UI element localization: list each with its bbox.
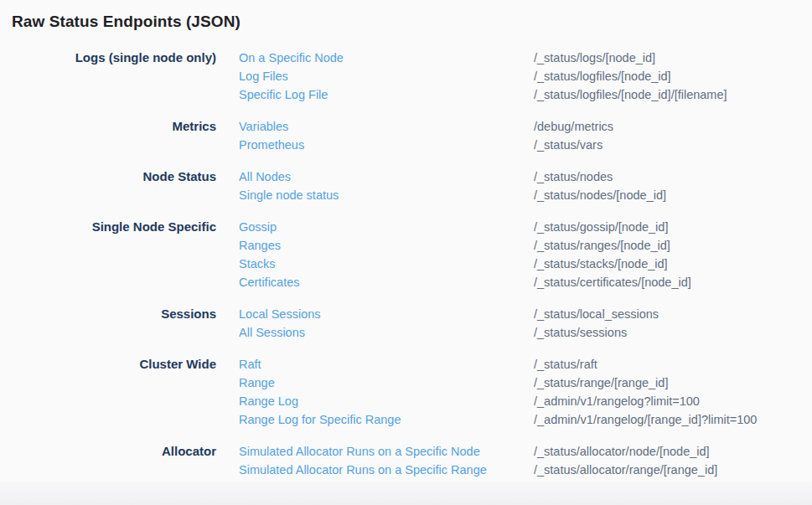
endpoint-path: /_status/allocator/range/[range_id] [534, 461, 717, 479]
endpoint-link[interactable]: Local Sessions [239, 305, 534, 323]
endpoint-path: /_status/nodes [534, 167, 613, 186]
endpoint-list: On a Specific Node /_status/logs/[node_i… [216, 49, 812, 104]
endpoint-row: Local Sessions /_status/local_sessions [216, 305, 812, 323]
endpoint-link[interactable]: Simulated Allocator Runs on a Specific R… [239, 461, 534, 479]
endpoint-list: Local Sessions /_status/local_sessions A… [216, 305, 812, 342]
endpoint-path: /_status/gossip/[node_id] [534, 218, 668, 236]
endpoint-row: Simulated Allocator Runs on a Specific R… [216, 461, 812, 479]
endpoint-link[interactable]: Stacks [239, 255, 534, 273]
endpoint-link[interactable]: Log Files [239, 67, 534, 85]
endpoint-sections: Logs (single node only) On a Specific No… [12, 49, 812, 479]
endpoint-row: Range /_status/range/[range_id] [216, 374, 812, 392]
endpoint-row: On a Specific Node /_status/logs/[node_i… [216, 49, 812, 67]
endpoint-row: Single node status /_status/nodes/[node_… [216, 186, 812, 204]
endpoint-link[interactable]: Certificates [239, 273, 534, 291]
endpoint-link[interactable]: Range [239, 374, 534, 392]
endpoint-link[interactable]: Range Log for Specific Range [239, 410, 534, 429]
endpoint-path: /_status/ranges/[node_id] [534, 236, 670, 255]
endpoint-section: Cluster Wide Raft /_status/raft Range /_… [12, 355, 812, 429]
category-label: Metrics [12, 117, 216, 154]
endpoint-link[interactable]: On a Specific Node [239, 49, 534, 67]
endpoint-list: Gossip /_status/gossip/[node_id] Ranges … [216, 218, 812, 291]
bottom-gradient-strip [0, 482, 812, 505]
endpoint-row: Range Log for Specific Range /_admin/v1/… [216, 410, 812, 429]
endpoint-link[interactable]: Prometheus [239, 136, 534, 154]
endpoint-list: All Nodes /_status/nodes Single node sta… [216, 167, 812, 204]
endpoint-row: Prometheus /_status/vars [216, 136, 812, 154]
category-label: Allocator [12, 442, 216, 479]
endpoint-row: Log Files /_status/logfiles/[node_id] [216, 67, 812, 85]
endpoint-link[interactable]: Variables [239, 117, 534, 136]
endpoint-path: /_status/logs/[node_id] [534, 49, 655, 67]
endpoint-path: /_status/allocator/node/[node_id] [534, 442, 710, 461]
endpoint-path: /_status/nodes/[node_id] [534, 186, 666, 204]
endpoint-path: /debug/metrics [534, 117, 613, 136]
endpoint-section: Logs (single node only) On a Specific No… [12, 49, 812, 104]
endpoint-link[interactable]: Single node status [239, 186, 534, 204]
endpoint-link[interactable]: Specific Log File [239, 85, 534, 104]
endpoint-link[interactable]: Simulated Allocator Runs on a Specific N… [239, 442, 534, 461]
endpoint-row: Stacks /_status/stacks/[node_id] [216, 255, 812, 273]
endpoint-link[interactable]: Range Log [239, 392, 534, 410]
endpoint-link[interactable]: Raft [239, 355, 534, 374]
endpoint-link[interactable]: All Sessions [239, 323, 534, 342]
endpoint-path: /_admin/v1/rangelog/[range_id]?limit=100 [534, 410, 757, 429]
endpoint-section: Allocator Simulated Allocator Runs on a … [12, 442, 812, 479]
endpoint-path: /_status/vars [534, 136, 603, 154]
category-label: Sessions [12, 305, 216, 342]
endpoint-row: Simulated Allocator Runs on a Specific N… [216, 442, 812, 461]
endpoint-path: /_status/logfiles/[node_id] [534, 67, 671, 85]
endpoint-section: Node Status All Nodes /_status/nodes Sin… [12, 167, 812, 204]
endpoint-path: /_status/certificates/[node_id] [534, 273, 691, 291]
endpoint-row: Specific Log File /_status/logfiles/[nod… [216, 85, 812, 104]
endpoint-row: Ranges /_status/ranges/[node_id] [216, 236, 812, 255]
endpoint-path: /_admin/v1/rangelog?limit=100 [534, 392, 700, 410]
endpoint-section: Metrics Variables /debug/metrics Prometh… [12, 117, 812, 154]
endpoint-path: /_status/stacks/[node_id] [534, 255, 668, 273]
category-label: Single Node Specific [12, 218, 216, 291]
endpoint-row: Gossip /_status/gossip/[node_id] [216, 218, 812, 236]
endpoint-link[interactable]: All Nodes [239, 167, 534, 186]
endpoint-path: /_status/local_sessions [534, 305, 659, 323]
category-label: Cluster Wide [12, 355, 216, 429]
endpoint-path: /_status/range/[range_id] [534, 374, 668, 392]
endpoint-link[interactable]: Ranges [239, 236, 534, 255]
endpoint-row: Variables /debug/metrics [216, 117, 812, 136]
endpoint-list: Simulated Allocator Runs on a Specific N… [216, 442, 812, 479]
endpoint-row: All Sessions /_status/sessions [216, 323, 812, 342]
endpoint-row: Raft /_status/raft [216, 355, 812, 374]
category-label: Logs (single node only) [12, 49, 216, 104]
endpoint-path: /_status/sessions [534, 323, 627, 342]
endpoint-row: All Nodes /_status/nodes [216, 167, 812, 186]
endpoint-link[interactable]: Gossip [239, 218, 534, 236]
endpoint-path: /_status/raft [534, 355, 597, 374]
endpoint-row: Certificates /_status/certificates/[node… [216, 273, 812, 291]
endpoint-section: Single Node Specific Gossip /_status/gos… [12, 218, 812, 291]
page-title: Raw Status Endpoints (JSON) [12, 13, 812, 31]
endpoint-list: Raft /_status/raft Range /_status/range/… [216, 355, 812, 429]
endpoint-path: /_status/logfiles/[node_id]/[filename] [534, 85, 727, 104]
endpoint-section: Sessions Local Sessions /_status/local_s… [12, 305, 812, 342]
endpoint-list: Variables /debug/metrics Prometheus /_st… [216, 117, 812, 154]
raw-status-endpoints-page: Raw Status Endpoints (JSON) Logs (single… [0, 0, 812, 505]
category-label: Node Status [12, 167, 216, 204]
endpoint-row: Range Log /_admin/v1/rangelog?limit=100 [216, 392, 812, 410]
